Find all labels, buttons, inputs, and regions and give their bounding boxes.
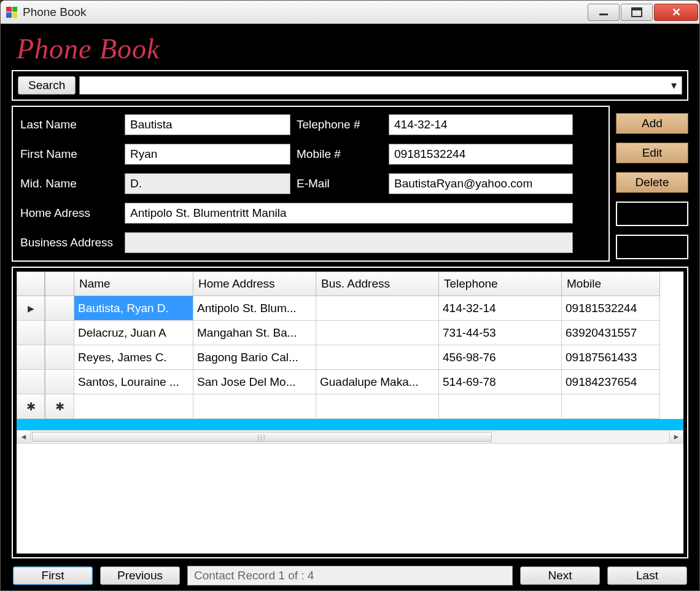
search-panel: Search (12, 70, 688, 101)
cell-name[interactable]: Delacruz, Juan A (74, 321, 193, 345)
row-indicator[interactable] (17, 370, 45, 394)
last-name-input[interactable] (125, 114, 290, 135)
delete-button[interactable]: Delete (616, 172, 688, 193)
cell-name[interactable]: Santos, Louraine ... (74, 370, 193, 394)
home-address-label: Home Adress (20, 206, 119, 220)
grid-panel: Name Home Address Bus. Address Telephone… (12, 267, 688, 558)
business-address-label: Business Address (20, 236, 119, 249)
first-name-input[interactable] (125, 144, 290, 165)
last-button[interactable]: Last (607, 566, 687, 585)
cell-home[interactable]: Bagong Bario Cal... (193, 345, 316, 370)
cell-empty[interactable] (193, 394, 316, 419)
cell-home[interactable]: Antipolo St. Blum... (193, 296, 316, 321)
last-name-label: Last Name (20, 118, 119, 131)
client-area: Phone Book Search Last Name Telephone # … (1, 24, 699, 590)
cell-empty[interactable] (74, 394, 193, 419)
grid-body: Bautista, Ryan D.Antipolo St. Blum...414… (17, 296, 683, 419)
record-navigator: First Previous Contact Record 1 of : 4 N… (12, 563, 688, 585)
cell-bus[interactable]: Guadalupe Maka... (316, 370, 439, 394)
scroll-right-icon[interactable]: ► (669, 431, 683, 443)
new-row-indicator[interactable] (17, 394, 45, 419)
row-header[interactable] (45, 296, 74, 321)
previous-button[interactable]: Previous (100, 566, 180, 585)
col-name[interactable]: Name (74, 272, 193, 296)
row-header[interactable] (45, 345, 74, 370)
col-bus-address[interactable]: Bus. Address (316, 272, 439, 296)
scroll-left-icon[interactable]: ◄ (17, 431, 31, 443)
table-row[interactable]: Delacruz, Juan AMangahan St. Ba...731-44… (17, 321, 683, 345)
app-window: Phone Book ✕ Phone Book Search Last Name… (0, 0, 700, 591)
record-status: Contact Record 1 of : 4 (187, 566, 513, 585)
table-row[interactable]: Reyes, James C.Bagong Bario Cal...456-98… (17, 345, 683, 370)
first-button[interactable]: First (13, 566, 93, 585)
row-indicator[interactable] (17, 321, 45, 345)
cell-empty[interactable] (562, 394, 660, 419)
cell-bus[interactable] (316, 345, 439, 370)
table-row[interactable]: Santos, Louraine ...San Jose Del Mo...Gu… (17, 370, 683, 394)
mobile-label: Mobile # (297, 147, 383, 161)
contact-form: Last Name Telephone # First Name Mobile … (12, 106, 610, 262)
titlebar[interactable]: Phone Book ✕ (1, 1, 699, 24)
cell-home[interactable]: San Jose Del Mo... (193, 370, 316, 394)
search-combobox[interactable] (79, 76, 682, 95)
col-home-address[interactable]: Home Address (193, 272, 316, 296)
mobile-input[interactable] (389, 144, 573, 165)
cell-tel[interactable]: 731-44-53 (439, 321, 562, 345)
app-icon (6, 6, 18, 18)
cell-mob[interactable]: 09187561433 (562, 345, 660, 370)
cell-home[interactable]: Mangahan St. Ba... (193, 321, 316, 345)
cell-bus[interactable] (316, 321, 439, 345)
row-header[interactable] (45, 370, 74, 394)
edit-button[interactable]: Edit (616, 143, 688, 163)
cell-tel[interactable]: 414-32-14 (439, 296, 562, 321)
grid-corner-2[interactable] (45, 272, 74, 296)
telephone-label: Telephone # (297, 118, 383, 131)
window-controls: ✕ (588, 4, 698, 21)
window-title: Phone Book (23, 6, 588, 19)
cell-tel[interactable]: 514-69-78 (439, 370, 562, 394)
app-logo: Phone Book (12, 30, 688, 65)
cell-mob[interactable]: 09181532244 (562, 296, 660, 321)
row-indicator[interactable] (17, 345, 45, 370)
mid-name-label: Mid. Name (20, 177, 119, 190)
blank-slot-1 (616, 202, 688, 226)
table-row[interactable]: Bautista, Ryan D.Antipolo St. Blum...414… (17, 296, 683, 321)
minimize-button[interactable] (588, 4, 620, 21)
action-buttons: Add Edit Delete (616, 106, 688, 262)
grid-header: Name Home Address Bus. Address Telephone… (17, 272, 683, 296)
home-address-input[interactable] (125, 203, 573, 224)
grid-corner-1[interactable] (17, 272, 45, 296)
cell-mob[interactable]: 09184237654 (562, 370, 660, 394)
email-input[interactable] (389, 173, 573, 194)
next-button[interactable]: Next (520, 566, 600, 585)
cell-tel[interactable]: 456-98-76 (439, 345, 562, 370)
row-header[interactable] (45, 321, 74, 345)
table-new-row[interactable] (17, 394, 683, 419)
grid-selection-bar (17, 419, 683, 430)
telephone-input[interactable] (389, 114, 573, 135)
col-telephone[interactable]: Telephone (439, 272, 562, 296)
cell-empty[interactable] (439, 394, 562, 419)
row-indicator[interactable] (17, 296, 45, 321)
blank-slot-2 (616, 235, 688, 259)
search-button[interactable]: Search (18, 76, 76, 95)
close-button[interactable]: ✕ (654, 4, 698, 21)
row-header[interactable] (45, 394, 74, 419)
cell-mob[interactable]: 63920431557 (562, 321, 660, 345)
grid-horizontal-scrollbar[interactable]: ◄ ► (17, 430, 683, 444)
cell-empty[interactable] (316, 394, 439, 419)
business-address-input[interactable] (125, 232, 573, 253)
mid-name-input[interactable] (125, 173, 290, 194)
email-label: E-Mail (297, 177, 383, 190)
form-area: Last Name Telephone # First Name Mobile … (12, 106, 688, 262)
col-mobile[interactable]: Mobile (562, 272, 660, 296)
scroll-thumb[interactable] (32, 432, 492, 442)
maximize-button[interactable] (621, 4, 653, 21)
cell-name[interactable]: Bautista, Ryan D. (74, 296, 193, 321)
cell-bus[interactable] (316, 296, 439, 321)
contacts-grid[interactable]: Name Home Address Bus. Address Telephone… (17, 272, 683, 554)
scroll-track[interactable] (31, 431, 669, 443)
cell-name[interactable]: Reyes, James C. (74, 345, 193, 370)
first-name-label: First Name (20, 147, 119, 161)
add-button[interactable]: Add (616, 113, 688, 134)
